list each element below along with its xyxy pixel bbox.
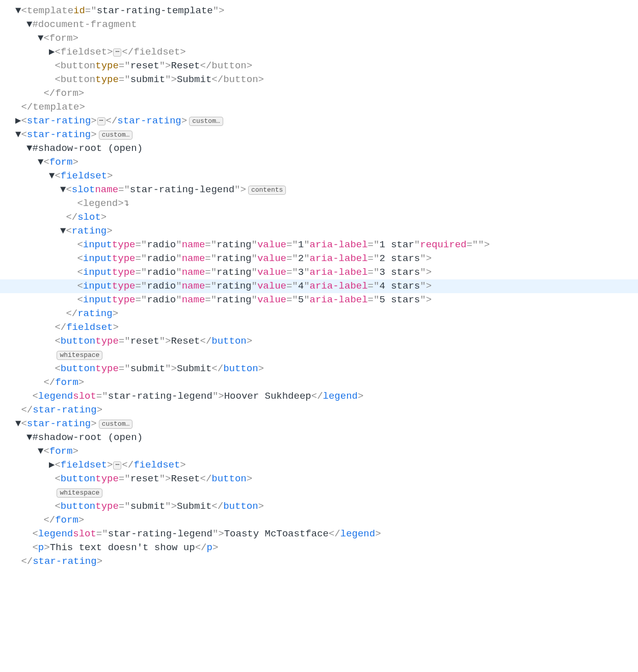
custom-badge[interactable]: custom… — [189, 117, 223, 126]
custom-badge[interactable]: custom… — [99, 131, 133, 140]
button-submit[interactable]: ▼<button type="submit">Submit</button> — [0, 73, 638, 87]
document-fragment: #document-fragment — [32, 18, 137, 32]
form-open[interactable]: ▼<form> — [0, 445, 638, 458]
input-radio-4[interactable]: ▼<input type="radio" name="rating" value… — [0, 279, 638, 293]
star-rating-2-close: ▼</star-rating> — [0, 555, 638, 568]
fieldset-collapsed[interactable]: ▶<fieldset>⋯</fieldset> — [0, 45, 638, 59]
disclosure-triangle-icon[interactable]: ▼ — [26, 142, 32, 156]
star-rating-0[interactable]: ▶<star-rating>⋯ </star-rating> custom… — [0, 114, 638, 128]
disclosure-triangle-icon[interactable]: ▶ — [49, 458, 55, 472]
disclosure-triangle-icon[interactable]: ▼ — [60, 224, 66, 238]
template-open[interactable]: ▼<template id="star-rating-template"> — [0, 4, 638, 18]
rating-open[interactable]: ▼<rating> — [0, 224, 638, 238]
form-close: ▼</form> — [0, 376, 638, 390]
ellipsis-badge[interactable]: ⋯ — [113, 48, 121, 57]
disclosure-triangle-icon[interactable]: ▼ — [15, 128, 21, 142]
disclosure-triangle-icon[interactable]: ▶ — [49, 45, 55, 59]
document-fragment[interactable]: ▼#document-fragment — [0, 18, 638, 32]
legend-light-dom[interactable]: ▼<legend slot="star-rating-legend">Hoove… — [0, 390, 638, 403]
form-open[interactable]: ▼<form> — [0, 32, 638, 45]
disclosure-triangle-icon[interactable]: ▼ — [26, 18, 32, 32]
button-reset[interactable]: ▼<button type="reset">Reset</button> — [0, 334, 638, 348]
input-radio-2[interactable]: ▼<input type="radio" name="rating" value… — [0, 252, 638, 266]
ellipsis-badge[interactable]: ⋯ — [113, 461, 121, 470]
rating-close: ▼</rating> — [0, 307, 638, 321]
shadow-root[interactable]: ▼#shadow-root (open) — [0, 431, 638, 445]
disclosure-triangle-icon[interactable]: ▼ — [49, 169, 55, 183]
whitespace-badge[interactable]: whitespace — [57, 488, 102, 498]
template-close: ▼</template> — [0, 100, 638, 114]
disclosure-triangle-icon[interactable]: ▼ — [38, 445, 43, 458]
button-reset[interactable]: ▼<button type="reset">Reset</button> — [0, 59, 638, 73]
fieldset-collapsed[interactable]: ▶<fieldset>⋯</fieldset> — [0, 458, 638, 472]
ellipsis-badge[interactable]: ⋯ — [97, 117, 105, 125]
form-close: ▼</form> — [0, 513, 638, 527]
fieldset-close: ▼</fieldset> — [0, 321, 638, 334]
tag-template: template — [27, 4, 73, 18]
slotted-legend[interactable]: ▼<legend> ↴ — [0, 197, 638, 211]
dom-tree: ▼<template id="star-rating-template">▼#d… — [0, 4, 638, 568]
input-radio-3[interactable]: ▼<input type="radio" name="rating" value… — [0, 266, 638, 279]
input-radio-5[interactable]: ▼<input type="radio" name="rating" value… — [0, 293, 638, 307]
tag-star-rating: star-rating — [27, 417, 91, 431]
custom-badge[interactable]: custom… — [99, 420, 133, 429]
fieldset-open[interactable]: ▼<fieldset> — [0, 169, 638, 183]
input-radio-1[interactable]: ▼<input type="radio" name="rating" value… — [0, 238, 638, 252]
unslotted-p[interactable]: ▼<p>This text doesn't show up</p> — [0, 541, 638, 555]
disclosure-triangle-icon[interactable]: ▼ — [60, 183, 66, 197]
tag-star-rating: star-rating — [27, 128, 91, 142]
star-rating-1-close: ▼</star-rating> — [0, 403, 638, 417]
reveal-arrow-icon: ↴ — [124, 197, 129, 211]
disclosure-triangle-icon[interactable]: ▼ — [15, 4, 21, 18]
form-open[interactable]: ▼<form> — [0, 156, 638, 169]
button-submit[interactable]: ▼<button type="submit">Submit</button> — [0, 500, 638, 513]
shadow-root[interactable]: ▼#shadow-root (open) — [0, 142, 638, 156]
disclosure-triangle-icon[interactable]: ▶ — [15, 114, 21, 128]
slot-close: ▼</slot> — [0, 211, 638, 224]
disclosure-triangle-icon[interactable]: ▼ — [26, 431, 32, 445]
slot-open[interactable]: ▼<slot name="star-rating-legend"> conten… — [0, 183, 638, 197]
legend-light-dom[interactable]: ▼<legend slot="star-rating-legend">Toast… — [0, 527, 638, 541]
shadow-root: #shadow-root (open) — [32, 142, 143, 156]
button-reset[interactable]: ▼<button type="reset">Reset</button> — [0, 472, 638, 486]
disclosure-triangle-icon[interactable]: ▼ — [38, 32, 43, 45]
whitespace-badge[interactable]: whitespace — [57, 351, 102, 360]
whitespace-marker: ▼whitespace — [0, 486, 638, 500]
tag-star-rating: star-rating — [27, 114, 91, 128]
contents-badge[interactable]: contents — [248, 186, 286, 195]
whitespace-marker: ▼whitespace — [0, 348, 638, 362]
shadow-root: #shadow-root (open) — [32, 431, 143, 445]
disclosure-triangle-icon[interactable]: ▼ — [38, 156, 43, 169]
star-rating-2-open[interactable]: ▼<star-rating> custom… — [0, 417, 638, 431]
button-submit[interactable]: ▼<button type="submit">Submit</button> — [0, 362, 638, 376]
disclosure-triangle-icon[interactable]: ▼ — [15, 417, 21, 431]
star-rating-1-open[interactable]: ▼<star-rating> custom… — [0, 128, 638, 142]
form-close: ▼</form> — [0, 87, 638, 100]
